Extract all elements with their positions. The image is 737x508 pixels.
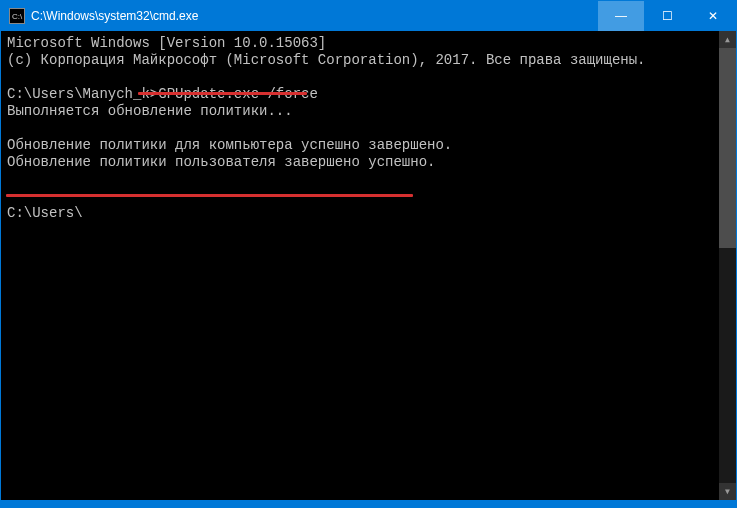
scroll-down-button[interactable]: ▼ (719, 483, 736, 500)
prompt-2: C:\Users\ (7, 205, 83, 221)
cmd-icon: C:\ (9, 8, 25, 24)
titlebar[interactable]: C:\ C:\Windows\system32\cmd.exe — ☐ ✕ (1, 1, 736, 31)
os-version-line: Microsoft Windows [Version 10.0.15063] (7, 35, 326, 51)
status-computer-success: Обновление политики для компьютера успеш… (7, 137, 452, 153)
content-area: Microsoft Windows [Version 10.0.15063] (… (1, 31, 736, 500)
status-user-success: Обновление политики пользователя заверше… (7, 154, 435, 170)
vertical-scrollbar[interactable]: ▲ ▼ (719, 31, 736, 500)
status-updating: Выполняется обновление политики... (7, 103, 293, 119)
prompt-1: C:\Users\Manych_k> (7, 86, 158, 102)
minimize-button[interactable]: — (598, 1, 644, 31)
window-controls: — ☐ ✕ (598, 1, 736, 31)
window-title: C:\Windows\system32\cmd.exe (31, 9, 598, 23)
maximize-button[interactable]: ☐ (644, 1, 690, 31)
terminal-output[interactable]: Microsoft Windows [Version 10.0.15063] (… (1, 31, 719, 500)
annotation-underline-result (6, 194, 413, 197)
scroll-thumb[interactable] (719, 48, 736, 248)
annotation-underline-command (138, 92, 307, 95)
scroll-up-button[interactable]: ▲ (719, 31, 736, 48)
close-button[interactable]: ✕ (690, 1, 736, 31)
cmd-window: C:\ C:\Windows\system32\cmd.exe — ☐ ✕ Mi… (0, 0, 737, 508)
copyright-line: (с) Корпорация Майкрософт (Microsoft Cor… (7, 52, 646, 68)
scroll-track[interactable] (719, 48, 736, 483)
window-border-bottom (1, 500, 736, 507)
